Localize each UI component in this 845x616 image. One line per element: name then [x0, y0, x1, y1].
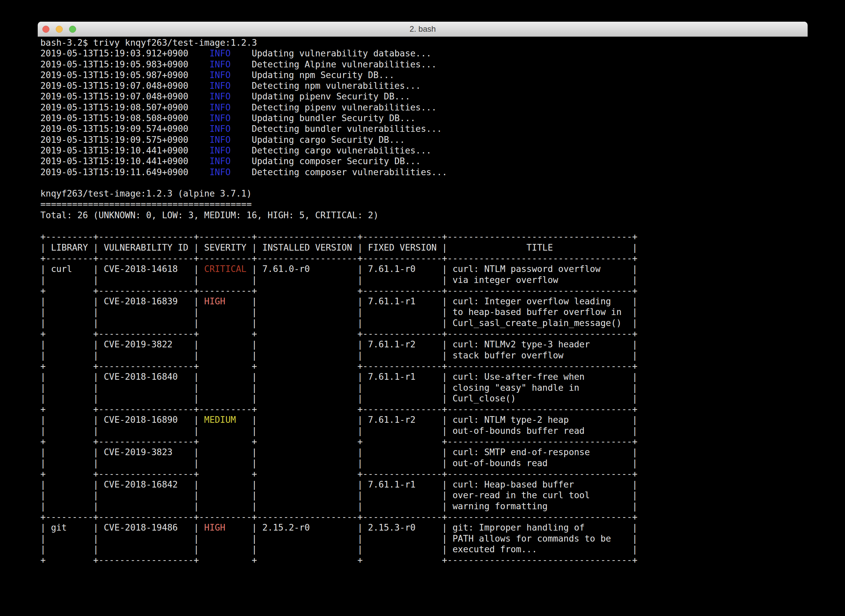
terminal-line: | | | | | | out-of-bounds buffer read | [40, 425, 808, 436]
terminal-line: 2019-05-13T15:19:07.048+0900 INFO Updati… [40, 91, 808, 102]
terminal-window: 2. bash bash-3.2$ trivy knqyf263/test-im… [38, 22, 808, 601]
terminal-line: | | | | | | out-of-bounds read | [40, 458, 808, 468]
terminal-line: | | | | | | executed from... | [40, 544, 808, 554]
terminal-line: knqyf263/test-image:1.2.3 (alpine 3.7.1) [40, 188, 808, 199]
terminal-line: + +------------------+ + + +------------… [40, 436, 808, 447]
terminal-line: 2019-05-13T15:19:03.912+0900 INFO Updati… [40, 48, 808, 59]
minimize-button[interactable] [56, 26, 63, 33]
terminal-line: | | CVE-2018-16890 | MEDIUM | | 7.61.1-r… [40, 414, 808, 425]
terminal-line: + +------------------+ + + +------------… [40, 554, 808, 565]
terminal-line [40, 221, 808, 231]
terminal-line: + +------------------+ + +--------------… [40, 468, 808, 479]
terminal-line: + +------------------+----------+ +-----… [40, 404, 808, 414]
terminal-line: | | | | | | to heap-based buffer overflo… [40, 307, 808, 317]
terminal-line: 2019-05-13T15:19:10.441+0900 INFO Detect… [40, 145, 808, 156]
terminal-line: 2019-05-13T15:19:07.048+0900 INFO Detect… [40, 81, 808, 91]
terminal-line: | | CVE-2019-3822 | | | 7.61.1-r2 | curl… [40, 339, 808, 350]
window-titlebar[interactable]: 2. bash [38, 22, 808, 37]
terminal-line: | | | | | | stack buffer overflow | [40, 350, 808, 361]
terminal-line: | | | | | | PATH allows for commands to … [40, 533, 808, 544]
terminal-line: | | | | | | Curl_sasl_create_plain_messa… [40, 318, 808, 329]
terminal-line: 2019-05-13T15:19:11.649+0900 INFO Detect… [40, 167, 808, 177]
terminal-line: | | CVE-2019-3823 | | | | curl: SMTP end… [40, 447, 808, 458]
terminal-line: | | | | | | closing "easy" handle in | [40, 383, 808, 393]
terminal-line: + +------------------+ + +--------------… [40, 361, 808, 371]
terminal-line: 2019-05-13T15:19:08.508+0900 INFO Updati… [40, 113, 808, 123]
terminal-line [40, 177, 808, 188]
terminal-line: 2019-05-13T15:19:08.507+0900 INFO Detect… [40, 102, 808, 113]
terminal-line: + +------------------+----------+ +-----… [40, 285, 808, 296]
terminal-line: | | CVE-2018-16840 | | | 7.61.1-r1 | cur… [40, 371, 808, 382]
terminal-line: | | | | | | warning formatting | [40, 501, 808, 512]
terminal-line: +---------+------------------+----------… [40, 231, 808, 242]
terminal-line: ======================================== [40, 199, 808, 210]
terminal-line: + +------------------+ + +--------------… [40, 329, 808, 339]
terminal-line: 2019-05-13T15:19:10.441+0900 INFO Updati… [40, 156, 808, 167]
window-title: 2. bash [409, 24, 436, 34]
terminal-line: | LIBRARY | VULNERABILITY ID | SEVERITY … [40, 242, 808, 253]
terminal-line: | curl | CVE-2018-14618 | CRITICAL | 7.6… [40, 264, 808, 274]
traffic-lights [43, 22, 76, 37]
terminal-line: 2019-05-13T15:19:09.574+0900 INFO Detect… [40, 123, 808, 134]
terminal-line: +---------+------------------+----------… [40, 253, 808, 264]
terminal-line: | git | CVE-2018-19486 | HIGH | 2.15.2-r… [40, 522, 808, 533]
terminal-line: 2019-05-13T15:19:09.575+0900 INFO Updati… [40, 135, 808, 145]
terminal-line: 2019-05-13T15:19:05.987+0900 INFO Updati… [40, 70, 808, 81]
terminal-line: | | | | | | via integer overflow | [40, 275, 808, 285]
terminal-line: | | CVE-2018-16839 | HIGH | | 7.61.1-r1 … [40, 296, 808, 307]
terminal-line: bash-3.2$ trivy knqyf263/test-image:1.2.… [40, 37, 808, 48]
terminal-line: | | | | | | over-read in the curl tool | [40, 490, 808, 500]
close-button[interactable] [43, 26, 49, 33]
terminal-line: +---------+------------------+----------… [40, 512, 808, 522]
terminal-line: | | CVE-2018-16842 | | | 7.61.1-r1 | cur… [40, 479, 808, 490]
terminal-line: 2019-05-13T15:19:05.983+0900 INFO Detect… [40, 59, 808, 70]
zoom-button[interactable] [69, 26, 76, 33]
terminal-line: Total: 26 (UNKNOWN: 0, LOW: 3, MEDIUM: 1… [40, 210, 808, 221]
terminal-line: | | | | | | Curl_close() | [40, 393, 808, 404]
desktop-background: { "window": { "title": "2. bash", "traff… [0, 0, 845, 616]
terminal-output[interactable]: bash-3.2$ trivy knqyf263/test-image:1.2.… [40, 37, 808, 601]
